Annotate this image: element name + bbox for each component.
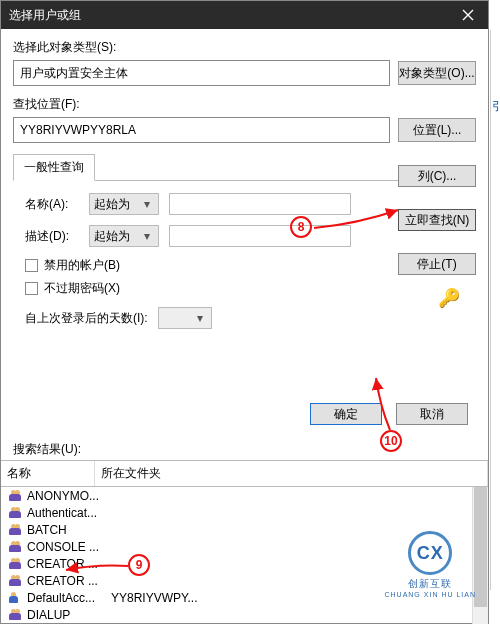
no-expire-label: 不过期密码(X) xyxy=(44,280,120,297)
days-dropdown[interactable]: ▾ xyxy=(158,307,212,329)
description-match-dropdown[interactable]: 起始为 ▾ xyxy=(89,225,159,247)
row-name: DIALUP xyxy=(27,608,107,622)
ok-button[interactable]: 确定 xyxy=(310,403,382,425)
disabled-accounts-label: 禁用的帐户(B) xyxy=(44,257,120,274)
table-row[interactable]: DIALUP xyxy=(9,606,488,623)
object-type-label: 选择此对象类型(S): xyxy=(13,39,476,56)
group-icon xyxy=(9,558,23,570)
group-icon xyxy=(9,541,23,553)
name-label: 名称(A): xyxy=(25,196,79,213)
column-name[interactable]: 名称 xyxy=(1,461,95,486)
watermark: CX 创新互联 CHUANG XIN HU LIAN xyxy=(384,531,476,598)
name-input[interactable] xyxy=(169,193,351,215)
background-window-edge: 引 xyxy=(490,30,500,590)
group-icon xyxy=(9,609,23,621)
watermark-text-en: CHUANG XIN HU LIAN xyxy=(384,591,476,598)
table-row[interactable]: Authenticat... xyxy=(9,504,488,521)
chevron-down-icon: ▾ xyxy=(140,197,154,211)
find-now-button[interactable]: 立即查找(N) xyxy=(398,209,476,231)
locations-button[interactable]: 位置(L)... xyxy=(398,118,476,142)
titlebar: 选择用户或组 xyxy=(1,1,488,29)
annotation-10: 10 xyxy=(380,430,402,452)
chevron-down-icon: ▾ xyxy=(193,311,207,325)
object-types-button[interactable]: 对象类型(O)... xyxy=(398,61,476,85)
user-icon xyxy=(9,592,23,604)
cancel-button[interactable]: 取消 xyxy=(396,403,468,425)
key-icon: 🔑 xyxy=(438,287,460,309)
row-name: BATCH xyxy=(27,523,107,537)
group-icon xyxy=(9,524,23,536)
object-type-field[interactable]: 用户或内置安全主体 xyxy=(13,60,390,86)
location-field[interactable]: YY8RIYVWPYY8RLA xyxy=(13,117,390,143)
no-expire-checkbox[interactable] xyxy=(25,282,38,295)
group-icon xyxy=(9,490,23,502)
watermark-text-cn: 创新互联 xyxy=(384,577,476,591)
row-folder: YY8RIYVWPY... xyxy=(111,591,197,605)
row-name: CREATOR ... xyxy=(27,574,107,588)
row-name: ANONYMO... xyxy=(27,489,107,503)
results-header: 名称 所在文件夹 xyxy=(1,460,488,487)
row-name: CONSOLE ... xyxy=(27,540,107,554)
search-results-label: 搜索结果(U): xyxy=(1,435,488,460)
description-input[interactable] xyxy=(169,225,351,247)
chevron-down-icon: ▾ xyxy=(140,229,154,243)
columns-button[interactable]: 列(C)... xyxy=(398,165,476,187)
group-icon xyxy=(9,507,23,519)
watermark-logo: CX xyxy=(408,531,452,575)
column-folder[interactable]: 所在文件夹 xyxy=(95,461,488,486)
group-icon xyxy=(9,575,23,587)
row-name: DefaultAcc... xyxy=(27,591,107,605)
table-row[interactable]: ANONYMO... xyxy=(9,487,488,504)
location-label: 查找位置(F): xyxy=(13,96,476,113)
description-label: 描述(D): xyxy=(25,228,79,245)
stop-button[interactable]: 停止(T) xyxy=(398,253,476,275)
close-button[interactable] xyxy=(448,1,488,29)
days-since-logon-label: 自上次登录后的天数(I): xyxy=(25,310,148,327)
annotation-9: 9 xyxy=(128,554,150,576)
disabled-accounts-checkbox[interactable] xyxy=(25,259,38,272)
annotation-8: 8 xyxy=(290,216,312,238)
row-name: CREATOR ... xyxy=(27,557,107,571)
row-name: Authenticat... xyxy=(27,506,107,520)
name-match-dropdown[interactable]: 起始为 ▾ xyxy=(89,193,159,215)
close-icon xyxy=(462,9,474,21)
tab-general-query[interactable]: 一般性查询 xyxy=(13,154,95,181)
window-title: 选择用户或组 xyxy=(9,7,448,24)
